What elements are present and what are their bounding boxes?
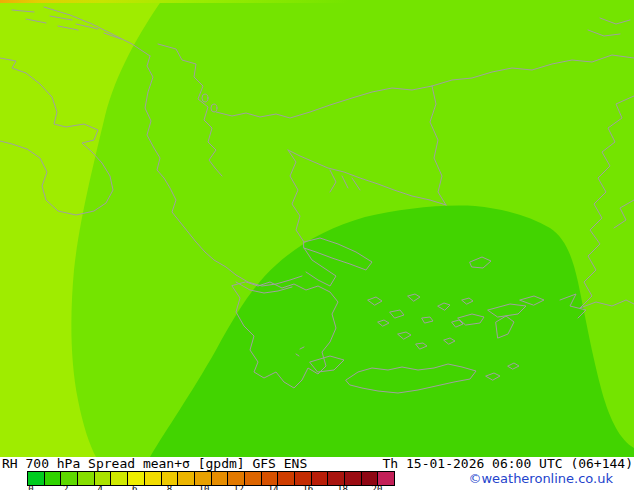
colorbar-cell	[145, 472, 162, 485]
colorbar-tick: 10	[199, 485, 210, 490]
colorbar-tick: 20	[372, 485, 383, 490]
colorbar-tick: 12	[233, 485, 244, 490]
colorbar-tick: 16	[302, 485, 313, 490]
colorbar-cell	[312, 472, 329, 485]
colorbar-tick: 2	[63, 485, 68, 490]
colorbar-tick: 18	[337, 485, 348, 490]
colorbar-ticks: 02468101214161820	[27, 485, 395, 490]
map-svg	[0, 0, 634, 457]
colorbar-tick: 6	[132, 485, 137, 490]
colorbar-tick: 4	[97, 485, 102, 490]
copyright-text: ©weatheronline.co.uk	[468, 471, 613, 486]
weather-map-screenshot: RH 700 hPa Spread mean+σ [gpdm] GFS ENS …	[0, 0, 634, 490]
colorbar-cell	[111, 472, 128, 485]
colorbar-tick: 0	[28, 485, 33, 490]
colorbar-cell	[212, 472, 229, 485]
colorbar-cell	[45, 472, 62, 485]
colorbar-cell	[178, 472, 195, 485]
caption-datetime: Th 15-01-2026 06:00 UTC (06+144)	[383, 457, 633, 471]
colorbar-cell	[245, 472, 262, 485]
colorbar-cell	[278, 472, 295, 485]
legend-band: RH 700 hPa Spread mean+σ [gpdm] GFS ENS …	[0, 457, 634, 490]
map-canvas	[0, 0, 634, 457]
colorbar-tick: 14	[268, 485, 279, 490]
colorbar-tick: 8	[167, 485, 172, 490]
caption-parameter: RH 700 hPa Spread mean+σ [gpdm] GFS ENS	[2, 457, 307, 471]
colorbar-cell	[78, 472, 95, 485]
